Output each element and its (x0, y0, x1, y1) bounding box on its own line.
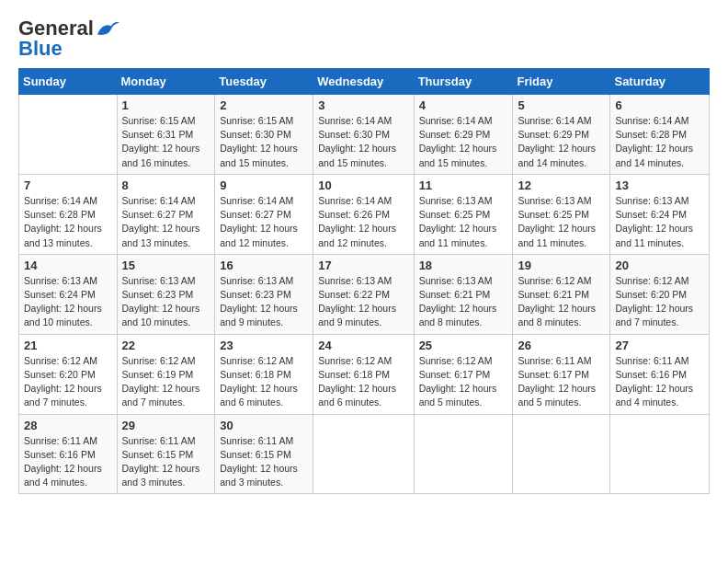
day-info: Sunrise: 6:15 AM Sunset: 6:30 PM Dayligh… (220, 114, 308, 170)
calendar-day-cell (414, 414, 513, 494)
day-number: 10 (318, 178, 408, 192)
day-info: Sunrise: 6:14 AM Sunset: 6:28 PM Dayligh… (615, 114, 704, 170)
weekday-header-row: SundayMondayTuesdayWednesdayThursdayFrid… (19, 69, 710, 95)
calendar-day-cell (513, 414, 610, 494)
day-number: 2 (220, 98, 308, 112)
day-number: 15 (122, 259, 210, 272)
weekday-header-monday: Monday (117, 69, 215, 95)
calendar-day-cell: 15Sunrise: 6:13 AM Sunset: 6:23 PM Dayli… (117, 254, 215, 334)
day-number: 16 (220, 259, 308, 272)
day-info: Sunrise: 6:12 AM Sunset: 6:21 PM Dayligh… (518, 274, 605, 330)
day-info: Sunrise: 6:11 AM Sunset: 6:15 PM Dayligh… (122, 434, 210, 490)
calendar-day-cell: 2Sunrise: 6:15 AM Sunset: 6:30 PM Daylig… (215, 95, 313, 175)
day-number: 11 (419, 178, 508, 192)
calendar-day-cell: 24Sunrise: 6:12 AM Sunset: 6:18 PM Dayli… (313, 334, 414, 414)
day-number: 29 (122, 419, 210, 432)
day-number: 6 (615, 98, 704, 112)
page-header: GeneralBlue (18, 18, 710, 59)
day-info: Sunrise: 6:14 AM Sunset: 6:29 PM Dayligh… (419, 114, 508, 170)
day-info: Sunrise: 6:12 AM Sunset: 6:20 PM Dayligh… (24, 354, 112, 410)
day-info: Sunrise: 6:13 AM Sunset: 6:25 PM Dayligh… (419, 194, 508, 250)
day-number: 3 (318, 98, 408, 112)
day-number: 23 (220, 339, 308, 352)
day-info: Sunrise: 6:13 AM Sunset: 6:23 PM Dayligh… (122, 274, 210, 330)
calendar-week-row: 21Sunrise: 6:12 AM Sunset: 6:20 PM Dayli… (19, 334, 710, 414)
calendar-day-cell (313, 414, 414, 494)
calendar-day-cell: 18Sunrise: 6:13 AM Sunset: 6:21 PM Dayli… (414, 254, 513, 334)
day-number: 5 (518, 98, 605, 112)
calendar-week-row: 1Sunrise: 6:15 AM Sunset: 6:31 PM Daylig… (19, 95, 710, 175)
day-number: 18 (419, 259, 508, 272)
calendar-day-cell: 21Sunrise: 6:12 AM Sunset: 6:20 PM Dayli… (19, 334, 118, 414)
calendar-table: SundayMondayTuesdayWednesdayThursdayFrid… (18, 68, 710, 494)
day-number: 4 (419, 98, 508, 112)
weekday-header-sunday: Sunday (19, 69, 118, 95)
calendar-day-cell: 25Sunrise: 6:12 AM Sunset: 6:17 PM Dayli… (414, 334, 513, 414)
day-number: 8 (122, 178, 210, 192)
calendar-week-row: 7Sunrise: 6:14 AM Sunset: 6:28 PM Daylig… (19, 174, 710, 254)
day-info: Sunrise: 6:11 AM Sunset: 6:15 PM Dayligh… (220, 434, 308, 490)
day-info: Sunrise: 6:13 AM Sunset: 6:24 PM Dayligh… (615, 194, 704, 250)
logo-bird-icon (96, 18, 121, 39)
day-number: 22 (122, 339, 210, 352)
calendar-day-cell: 28Sunrise: 6:11 AM Sunset: 6:16 PM Dayli… (19, 414, 118, 494)
day-info: Sunrise: 6:14 AM Sunset: 6:27 PM Dayligh… (220, 194, 308, 250)
day-number: 28 (24, 419, 112, 432)
weekday-header-thursday: Thursday (414, 69, 513, 95)
day-number: 19 (518, 259, 605, 272)
day-info: Sunrise: 6:12 AM Sunset: 6:19 PM Dayligh… (122, 354, 210, 410)
day-number: 25 (419, 339, 508, 352)
day-info: Sunrise: 6:13 AM Sunset: 6:25 PM Dayligh… (518, 194, 605, 250)
calendar-week-row: 28Sunrise: 6:11 AM Sunset: 6:16 PM Dayli… (19, 414, 710, 494)
calendar-day-cell: 14Sunrise: 6:13 AM Sunset: 6:24 PM Dayli… (19, 254, 118, 334)
calendar-day-cell: 7Sunrise: 6:14 AM Sunset: 6:28 PM Daylig… (19, 174, 118, 254)
day-info: Sunrise: 6:11 AM Sunset: 6:17 PM Dayligh… (518, 354, 605, 410)
calendar-week-row: 14Sunrise: 6:13 AM Sunset: 6:24 PM Dayli… (19, 254, 710, 334)
calendar-day-cell: 20Sunrise: 6:12 AM Sunset: 6:20 PM Dayli… (610, 254, 710, 334)
weekday-header-wednesday: Wednesday (313, 69, 414, 95)
day-info: Sunrise: 6:11 AM Sunset: 6:16 PM Dayligh… (24, 434, 112, 490)
weekday-header-tuesday: Tuesday (215, 69, 313, 95)
calendar-day-cell: 16Sunrise: 6:13 AM Sunset: 6:23 PM Dayli… (215, 254, 313, 334)
calendar-day-cell: 4Sunrise: 6:14 AM Sunset: 6:29 PM Daylig… (414, 95, 513, 175)
day-info: Sunrise: 6:12 AM Sunset: 6:20 PM Dayligh… (615, 274, 704, 330)
day-number: 17 (318, 259, 408, 272)
calendar-day-cell: 19Sunrise: 6:12 AM Sunset: 6:21 PM Dayli… (513, 254, 610, 334)
day-number: 14 (24, 259, 112, 272)
day-number: 13 (615, 178, 704, 192)
day-info: Sunrise: 6:14 AM Sunset: 6:26 PM Dayligh… (318, 194, 408, 250)
calendar-day-cell (610, 414, 710, 494)
day-info: Sunrise: 6:14 AM Sunset: 6:30 PM Dayligh… (318, 114, 408, 170)
calendar-day-cell: 6Sunrise: 6:14 AM Sunset: 6:28 PM Daylig… (610, 95, 710, 175)
weekday-header-saturday: Saturday (610, 69, 710, 95)
calendar-day-cell: 23Sunrise: 6:12 AM Sunset: 6:18 PM Dayli… (215, 334, 313, 414)
calendar-day-cell: 17Sunrise: 6:13 AM Sunset: 6:22 PM Dayli… (313, 254, 414, 334)
calendar-day-cell: 12Sunrise: 6:13 AM Sunset: 6:25 PM Dayli… (513, 174, 610, 254)
calendar-day-cell (19, 95, 118, 175)
day-info: Sunrise: 6:12 AM Sunset: 6:17 PM Dayligh… (419, 354, 508, 410)
day-info: Sunrise: 6:13 AM Sunset: 6:23 PM Dayligh… (220, 274, 308, 330)
day-number: 26 (518, 339, 605, 352)
day-number: 27 (615, 339, 704, 352)
day-number: 12 (518, 178, 605, 192)
day-info: Sunrise: 6:13 AM Sunset: 6:22 PM Dayligh… (318, 274, 408, 330)
calendar-day-cell: 13Sunrise: 6:13 AM Sunset: 6:24 PM Dayli… (610, 174, 710, 254)
weekday-header-friday: Friday (513, 69, 610, 95)
calendar-day-cell: 8Sunrise: 6:14 AM Sunset: 6:27 PM Daylig… (117, 174, 215, 254)
day-number: 7 (24, 178, 112, 192)
day-info: Sunrise: 6:14 AM Sunset: 6:27 PM Dayligh… (122, 194, 210, 250)
calendar-day-cell: 30Sunrise: 6:11 AM Sunset: 6:15 PM Dayli… (215, 414, 313, 494)
calendar-day-cell: 22Sunrise: 6:12 AM Sunset: 6:19 PM Dayli… (117, 334, 215, 414)
calendar-day-cell: 9Sunrise: 6:14 AM Sunset: 6:27 PM Daylig… (215, 174, 313, 254)
day-info: Sunrise: 6:15 AM Sunset: 6:31 PM Dayligh… (122, 114, 210, 170)
day-number: 21 (24, 339, 112, 352)
day-number: 1 (122, 98, 210, 112)
calendar-day-cell: 27Sunrise: 6:11 AM Sunset: 6:16 PM Dayli… (610, 334, 710, 414)
day-info: Sunrise: 6:11 AM Sunset: 6:16 PM Dayligh… (615, 354, 704, 410)
calendar-day-cell: 10Sunrise: 6:14 AM Sunset: 6:26 PM Dayli… (313, 174, 414, 254)
calendar-day-cell: 3Sunrise: 6:14 AM Sunset: 6:30 PM Daylig… (313, 95, 414, 175)
day-info: Sunrise: 6:13 AM Sunset: 6:24 PM Dayligh… (24, 274, 112, 330)
day-info: Sunrise: 6:13 AM Sunset: 6:21 PM Dayligh… (419, 274, 508, 330)
logo: GeneralBlue (18, 18, 121, 59)
day-info: Sunrise: 6:14 AM Sunset: 6:29 PM Dayligh… (518, 114, 605, 170)
